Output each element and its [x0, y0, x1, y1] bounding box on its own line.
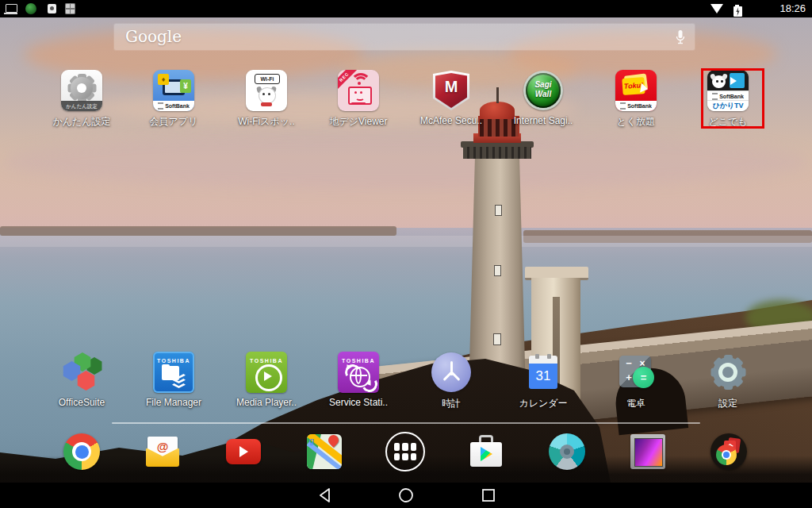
dock-camera[interactable] — [549, 433, 585, 470]
app-tokuhodai[interactable]: Toku! SoftBank とく放題 — [600, 67, 672, 129]
highlight-box — [701, 68, 764, 129]
dock-browser-folder[interactable] — [710, 433, 747, 470]
app-settings[interactable]: 設定 — [692, 349, 764, 411]
sagiwall-text-line1: Sagi — [523, 80, 564, 90]
dock-gallery[interactable] — [630, 433, 666, 470]
app-calculator[interactable]: − × + = 電卓 — [600, 349, 672, 411]
app-label: 設定 — [683, 397, 773, 410]
clock-icon — [431, 352, 472, 393]
officesuite-icon — [61, 352, 102, 393]
home-button[interactable] — [397, 487, 415, 507]
back-button[interactable] — [316, 487, 334, 507]
display-icon-base — [4, 13, 17, 14]
lighthouse-dentils — [463, 147, 531, 159]
service-station-icon: TOSHIBA — [338, 352, 379, 393]
app-label: Media Player.. — [221, 397, 312, 408]
home-screen: 18:26 Google かんたん設定 かんたん設定 ♦ ¥ So — [0, 0, 812, 508]
app-officesuite[interactable]: OfficeSuite — [46, 349, 117, 411]
toshiba-text: TOSHIBA — [246, 358, 287, 364]
status-bar[interactable]: 18:26 — [0, 0, 812, 17]
member-app-icon: ♦ ¥ SoftBank — [153, 70, 194, 111]
lighthouse-window — [494, 265, 501, 276]
google-logo: Google — [125, 27, 182, 46]
app-mcafee[interactable]: M McAfee Secu.. — [416, 67, 487, 129]
chideji-viewer-icon: REC — [338, 70, 379, 111]
cloud — [0, 133, 812, 189]
app-label: File Manager — [128, 397, 219, 408]
app-sagiwall[interactable]: Sagi Wall Internet Sagi.. — [508, 67, 579, 129]
calendar-date: 31 — [529, 364, 557, 389]
sea-glint — [0, 236, 812, 247]
sagiwall-text-line2: Wall — [523, 90, 564, 99]
file-manager-icon: TOSHIBA — [153, 352, 194, 393]
app-label: 会員アプリ — [128, 115, 219, 129]
icon-band-text: かんたん設定 — [61, 101, 102, 111]
mcafee-letter: M — [431, 78, 472, 96]
app-notification-icon — [65, 3, 75, 14]
mic-icon[interactable] — [674, 29, 687, 49]
app-member-app[interactable]: ♦ ¥ SoftBank 会員アプリ — [138, 67, 209, 129]
mcafee-status-icon — [25, 3, 36, 14]
display-icon — [6, 4, 17, 13]
app-label: かんたん設定 — [36, 115, 127, 129]
folder-chrome-icon — [716, 444, 737, 465]
app-label: 地デジViewer — [313, 115, 404, 129]
app-label: 時計 — [406, 397, 496, 410]
app-label: カレンダー — [498, 397, 588, 410]
app-label: Internet Sagi.. — [498, 115, 588, 126]
dock-maps[interactable]: g — [306, 433, 343, 470]
softbank-text: SoftBank — [165, 103, 190, 109]
app-clock[interactable]: 時計 — [416, 349, 487, 411]
media-player-icon: TOSHIBA — [246, 352, 287, 393]
app-kantan-settings[interactable]: かんたん設定 かんたん設定 — [46, 67, 117, 129]
wifi-badge: Wi-Fi — [255, 74, 280, 84]
app-label: Service Stati.. — [313, 397, 404, 408]
app-label: McAfee Secu.. — [406, 115, 496, 126]
gallery-icon — [634, 438, 663, 467]
lighthouse-window — [495, 205, 502, 216]
dock-app-drawer[interactable] — [385, 432, 425, 471]
clock-text: 18:26 — [779, 2, 806, 14]
recents-button[interactable] — [480, 487, 497, 507]
app-chideji-viewer[interactable]: REC 地デジViewer — [323, 67, 394, 129]
lighthouse-window — [493, 333, 501, 345]
app-label: Wi-Fiスポッ.. — [221, 115, 312, 129]
toshiba-text: TOSHIBA — [153, 358, 194, 364]
app-file-manager[interactable]: TOSHIBA File Manager — [138, 349, 209, 411]
softbank-text: SoftBank — [627, 103, 652, 109]
tokuhodai-icon: Toku! SoftBank — [615, 70, 657, 111]
app-calendar[interactable]: 31 カレンダー — [508, 349, 579, 411]
calc-minus: − — [624, 357, 634, 369]
dock-chrome[interactable] — [63, 433, 100, 470]
app-label: とく放題 — [591, 115, 681, 129]
dock-email[interactable]: @ — [144, 433, 181, 470]
page-indicator — [112, 422, 700, 424]
lighthouse-finial — [496, 87, 499, 103]
app-service-station[interactable]: TOSHIBA Service Stati.. — [323, 349, 394, 411]
app-label: 電卓 — [591, 397, 681, 410]
wifi-icon — [710, 4, 723, 13]
wifi-spot-icon: Wi-Fi — [246, 70, 287, 111]
dock-play-store[interactable] — [468, 433, 504, 470]
calc-equals: = — [633, 367, 654, 388]
distant-coastline-left — [0, 226, 396, 236]
calendar-icon: 31 — [523, 352, 564, 393]
navigation-bar — [0, 483, 812, 508]
app-wifi-spot[interactable]: Wi-Fi Wi-Fiスポッ.. — [231, 67, 302, 129]
mcafee-icon: M — [431, 70, 472, 111]
wallpaper — [0, 17, 812, 483]
wifi-spot-dog-icon — [48, 4, 56, 13]
sagiwall-icon: Sagi Wall — [523, 70, 564, 111]
dock-youtube[interactable] — [225, 433, 262, 470]
calculator-icon: − × + = — [615, 352, 657, 393]
app-label: OfficeSuite — [36, 397, 127, 408]
kantan-settings-icon: かんたん設定 — [61, 70, 102, 111]
battery-charging-icon — [733, 6, 742, 17]
settings-gear-icon — [707, 352, 749, 393]
search-bar[interactable]: Google — [114, 24, 695, 50]
app-media-player[interactable]: TOSHIBA Media Player.. — [231, 349, 302, 411]
